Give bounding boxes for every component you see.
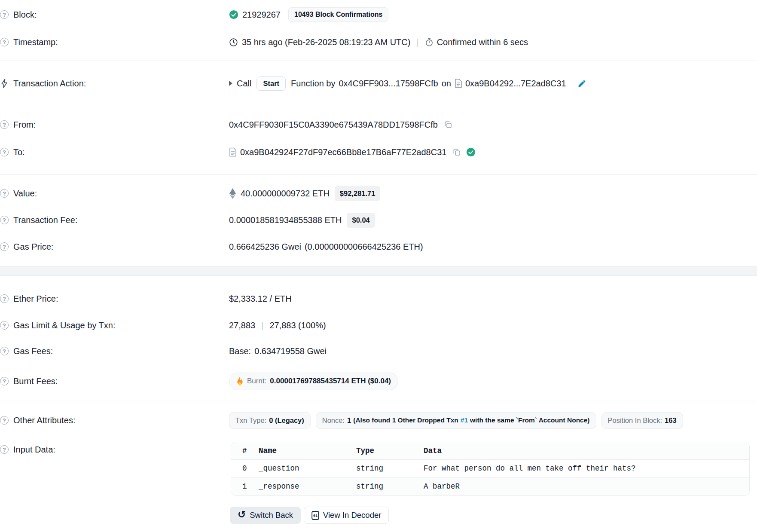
switch-back-button[interactable]: ↺ Switch Back (230, 507, 301, 524)
caret-right-icon[interactable] (229, 81, 232, 86)
fee-amount: 0.000018581934855388 ETH (229, 215, 342, 225)
block-number-link[interactable]: 21929267 (242, 10, 281, 20)
value-usd-badge: $92,281.71 (335, 186, 381, 201)
burnt-value: 0.000017697885435714 ETH ($0.04) (270, 377, 391, 385)
action-contract-link[interactable]: 0xa9B04292...7E2ad8C31 (465, 79, 566, 89)
table-header-row: # Name Type Data (231, 442, 749, 459)
cell-index: 0 (231, 459, 254, 477)
value-label: Value: (13, 189, 37, 199)
confirmed-within-text: Confirmed within 6 secs (437, 37, 528, 47)
block-row: ? Block: 21929267 10493 Block Confirmati… (0, 6, 757, 23)
action-lightning-icon (0, 79, 9, 88)
help-icon[interactable]: ? (0, 148, 9, 156)
view-in-decoder-label: View In Decoder (323, 511, 381, 520)
help-icon[interactable]: ? (0, 189, 9, 198)
burnt-fees-row: ? Burnt Fees: Burnt: 0.00001769788543571… (0, 372, 757, 390)
function-by-text: Function by (291, 79, 335, 89)
help-icon[interactable]: ? (0, 216, 9, 224)
dropped-txn-link[interactable]: #1 (461, 416, 468, 424)
cell-index: 1 (231, 477, 254, 495)
help-icon[interactable]: ? (0, 445, 9, 454)
col-header-data: Data (419, 442, 749, 459)
switch-back-label: Switch Back (250, 511, 293, 520)
gas-price-eth: (0.000000000666425236 ETH) (305, 242, 423, 252)
help-icon[interactable]: ? (0, 321, 9, 330)
view-in-decoder-button[interactable]: 01 View In Decoder (304, 507, 389, 524)
ether-price-row: ? Ether Price: $2,333.12 / ETH (0, 290, 757, 307)
position-value: 163 (665, 416, 677, 425)
txn-type-label: Txn Type: (235, 416, 266, 425)
txn-type-pill: Txn Type: 0 (Legacy) (229, 412, 311, 429)
help-icon[interactable]: ? (0, 347, 9, 355)
copy-icon[interactable] (444, 120, 452, 129)
to-address-link[interactable]: 0xa9B042924F27dF97ec66Bb8e17B6aF77E2ad8C… (240, 147, 446, 157)
base-fee-value: 0.634719558 Gwei (254, 346, 327, 356)
to-row: ? To: 0xa9B042924F27dF97ec66Bb8e17B6aF77… (0, 144, 757, 161)
edit-pencil-icon[interactable] (577, 79, 586, 88)
timestamp-text: 35 hrs ago (Feb-26-2025 08:19:23 AM UTC) (242, 37, 410, 47)
check-circle-icon (466, 147, 476, 157)
gas-price-label: Gas Price: (13, 242, 53, 252)
help-icon[interactable]: ? (0, 416, 9, 425)
ethereum-icon (229, 188, 236, 199)
copy-icon[interactable] (452, 148, 461, 156)
start-badge: Start (256, 76, 286, 91)
fee-usd-badge: $0.04 (347, 213, 375, 228)
action-call-text: Call (237, 79, 251, 89)
value-row: ? Value: 40.000000009732 ETH $92,281.71 (0, 185, 757, 202)
table-row: 1 _response string A barbeR (231, 477, 749, 495)
cell-data: A barbeR (419, 477, 749, 495)
help-icon[interactable]: ? (0, 242, 9, 251)
help-icon[interactable]: ? (0, 120, 9, 129)
from-row: ? From: 0x4C9FF9030F15C0A3390e675439A78D… (0, 116, 757, 133)
gas-fees-label: Gas Fees: (13, 346, 53, 356)
help-icon[interactable]: ? (0, 10, 9, 19)
transaction-action-label: Transaction Action: (13, 79, 86, 89)
help-icon[interactable]: ? (0, 294, 9, 303)
transaction-action-row: Transaction Action: Call Start Function … (0, 75, 757, 92)
flame-icon (236, 377, 244, 386)
timestamp-label: Timestamp: (13, 37, 58, 47)
gas-usage-value: 27,883 (100%) (269, 321, 326, 330)
check-circle-icon (229, 10, 238, 19)
gas-limit-label: Gas Limit & Usage by Txn: (13, 321, 116, 330)
burnt-fees-label: Burnt Fees: (13, 376, 58, 386)
separator: | (261, 321, 263, 330)
contract-file-icon (455, 79, 462, 88)
txn-type-value: 0 (Legacy) (269, 416, 304, 425)
decoded-input-table: # Name Type Data 0 _question string For … (231, 442, 750, 496)
ether-price-label: Ether Price: (13, 294, 58, 304)
divider (0, 106, 757, 106)
cell-type: string (352, 477, 419, 495)
value-amount: 40.000000009732 ETH (241, 189, 330, 199)
cell-name: _question (254, 459, 352, 477)
divider (0, 401, 757, 401)
from-address-link[interactable]: 0x4C9FF9030F15C0A3390e675439A78DD17598FC… (229, 120, 438, 130)
on-text: on (442, 79, 451, 89)
gas-fees-row: ? Gas Fees: Base: 0.634719558 Gwei (0, 342, 757, 360)
decoder-icon: 01 (311, 511, 319, 520)
gas-limit-value: 27,883 (229, 321, 255, 330)
burnt-label: Burnt: (247, 377, 266, 385)
cell-type: string (352, 459, 419, 477)
help-icon[interactable]: ? (0, 38, 9, 46)
clock-icon (229, 38, 238, 47)
undo-icon: ↺ (238, 510, 246, 520)
col-header-type: Type (352, 442, 419, 459)
transaction-fee-row: ? Transaction Fee: 0.000018581934855388 … (0, 211, 757, 229)
position-label: Position In Block: (608, 416, 662, 425)
section-divider-band (0, 266, 757, 276)
svg-text:01: 01 (313, 514, 317, 518)
col-header-index: # (231, 442, 254, 459)
nonce-pill: Nonce: 1 (Also found 1 Other Dropped Txn… (316, 412, 596, 429)
action-caller-link[interactable]: 0x4C9FF903...17598FCfb (339, 79, 438, 89)
input-data-label: Input Data: (13, 445, 55, 455)
stopwatch-icon (425, 37, 433, 47)
cell-name: _response (254, 477, 352, 495)
transaction-details-panel: ? Block: 21929267 10493 Block Confirmati… (0, 0, 757, 532)
divider (0, 174, 757, 175)
help-icon[interactable]: ? (0, 377, 9, 385)
block-label: Block: (13, 10, 37, 20)
contract-file-icon (229, 147, 237, 157)
divider (0, 61, 757, 61)
